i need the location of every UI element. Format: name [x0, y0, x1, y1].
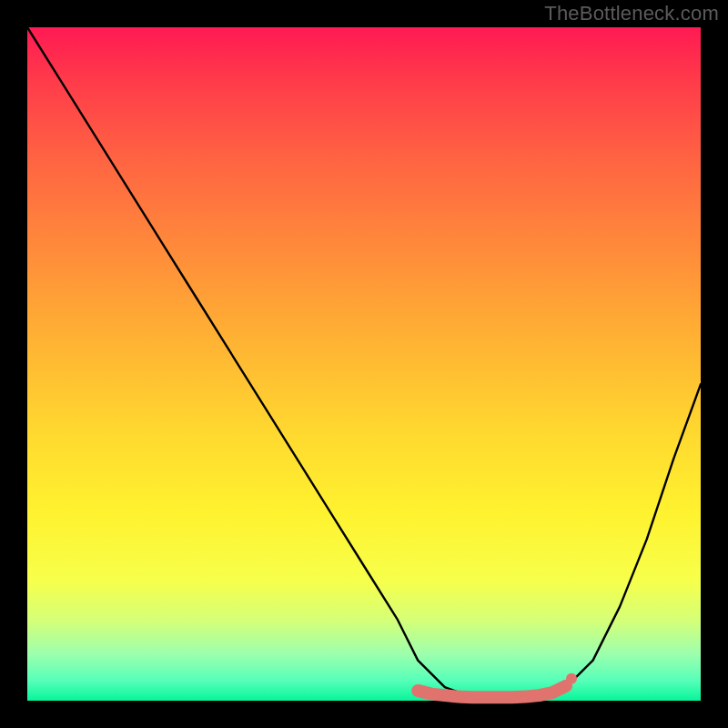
watermark-text: TheBottleneck.com [544, 2, 719, 25]
curve-layer [27, 27, 701, 701]
chart-frame: TheBottleneck.com [0, 0, 728, 728]
highlight-band-stroke [418, 686, 566, 698]
highlight-dot [566, 673, 577, 684]
bottleneck-curve [27, 27, 701, 701]
plot-area [27, 27, 701, 701]
